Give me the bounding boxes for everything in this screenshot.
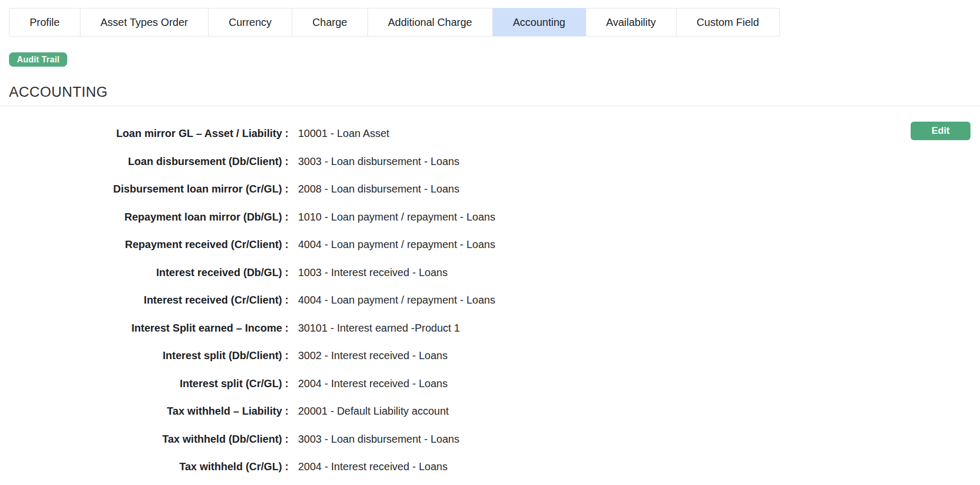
field-row-interest-received-db: Interest received (Db/GL) : 1003 - Inter… [0, 259, 980, 287]
field-value: 3002 - Interest received - Loans [298, 350, 447, 362]
field-row-disbursement-loan-mirror-cr: Disbursement loan mirror (Cr/GL) : 2008 … [0, 176, 980, 204]
tab-availability[interactable]: Availability [586, 8, 677, 36]
field-row-interest-received-cr: Interest received (Cr/Client) : 4004 - L… [0, 287, 980, 315]
field-value: 20001 - Default Liability account [298, 405, 449, 417]
field-value: 2008 - Loan disbursement - Loans [298, 183, 460, 195]
field-row-loan-mirror-gl: Loan mirror GL – Asset / Liability : 100… [0, 120, 980, 148]
field-label: Repayment loan mirror (Db/GL) : [0, 211, 289, 223]
field-value: 1010 - Loan payment / repayment - Loans [298, 211, 495, 223]
edit-button[interactable]: Edit [911, 122, 970, 140]
field-value: 4004 - Loan payment / repayment - Loans [298, 294, 495, 306]
field-value: 4004 - Loan payment / repayment - Loans [298, 239, 495, 251]
field-label: Tax withheld (Db/Client) : [0, 433, 289, 445]
tab-currency[interactable]: Currency [208, 8, 292, 36]
field-row-interest-split-earned-income: Interest Split earned – Income : 30101 -… [0, 314, 980, 342]
field-label: Interest Split earned – Income : [0, 322, 289, 334]
field-value: 30101 - Interest earned -Product 1 [298, 322, 460, 334]
page-title: ACCOUNTING [9, 85, 980, 100]
field-value: 2004 - Interest received - Loans [298, 461, 447, 473]
tab-asset-types-order[interactable]: Asset Types Order [80, 8, 209, 36]
field-row-interest-split-cr: Interest split (Cr/GL) : 2004 - Interest… [0, 370, 980, 398]
accounting-fields-panel: Edit Loan mirror GL – Asset / Liability … [0, 106, 980, 481]
field-value: 1003 - Interest received - Loans [298, 267, 447, 279]
tab-charge[interactable]: Charge [292, 8, 368, 36]
accounting-settings-page: Profile Asset Types Order Currency Charg… [0, 8, 980, 485]
tab-accounting[interactable]: Accounting [492, 8, 586, 36]
audit-trail-button[interactable]: Audit Trail [9, 52, 67, 67]
tab-profile[interactable]: Profile [9, 8, 80, 36]
field-label: Interest split (Db/Client) : [0, 350, 289, 362]
field-label: Repayment received (Cr/Client) : [0, 239, 289, 251]
field-row-loan-disbursement-db: Loan disbursement (Db/Client) : 3003 - L… [0, 148, 980, 176]
field-label: Interest received (Cr/Client) : [0, 294, 289, 306]
field-row-repayment-loan-mirror-db: Repayment loan mirror (Db/GL) : 1010 - L… [0, 203, 980, 231]
field-label: Loan mirror GL – Asset / Liability : [0, 127, 289, 140]
field-row-repayment-received-cr: Repayment received (Cr/Client) : 4004 - … [0, 231, 980, 259]
field-row-interest-split-db: Interest split (Db/Client) : 3002 - Inte… [0, 342, 980, 370]
field-value: 3003 - Loan disbursement - Loans [298, 155, 460, 168]
field-row-tax-withheld-cr: Tax withheld (Cr/GL) : 2004 - Interest r… [0, 453, 980, 481]
field-label: Interest split (Cr/GL) : [0, 378, 289, 390]
field-label: Tax withheld – Liability : [0, 405, 289, 417]
field-value: 2004 - Interest received - Loans [298, 378, 447, 390]
field-label: Interest received (Db/GL) : [0, 267, 289, 279]
field-row-tax-withheld-liability: Tax withheld – Liability : 20001 - Defau… [0, 398, 980, 426]
field-value: 10001 - Loan Asset [298, 127, 389, 140]
tab-custom-field[interactable]: Custom Field [676, 8, 780, 36]
field-row-tax-withheld-db: Tax withheld (Db/Client) : 3003 - Loan d… [0, 425, 980, 453]
field-label: Disbursement loan mirror (Cr/GL) : [0, 183, 289, 195]
settings-tab-bar: Profile Asset Types Order Currency Charg… [9, 8, 980, 36]
tab-additional-charge[interactable]: Additional Charge [367, 8, 493, 36]
field-label: Loan disbursement (Db/Client) : [0, 155, 289, 168]
field-label: Tax withheld (Cr/GL) : [0, 461, 289, 473]
field-value: 3003 - Loan disbursement - Loans [298, 433, 460, 445]
